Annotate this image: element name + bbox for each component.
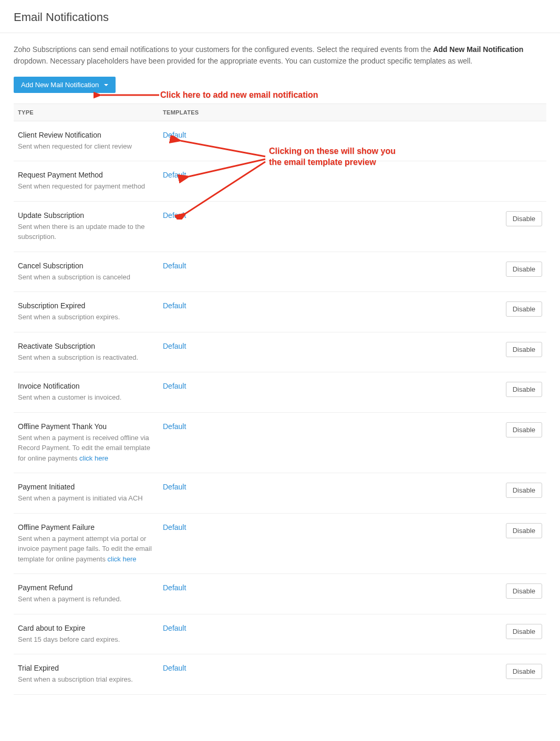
add-new-mail-notification-button[interactable]: Add New Mail Notification	[14, 77, 116, 93]
table-body: Client Review NotificationSent when requ…	[14, 121, 546, 695]
column-header-type: TYPE	[14, 104, 159, 121]
template-cell: Default	[159, 131, 489, 139]
type-cell: Subscription ExpiredSent when a subscrip…	[14, 301, 159, 322]
type-cell: Invoice NotificationSent when a customer…	[14, 382, 159, 403]
notification-type-title: Card about to Expire	[18, 624, 154, 632]
table-row: Payment RefundSent when a payment is ref…	[14, 574, 546, 614]
intro-part1: Zoho Subscriptions can send email notifi…	[14, 45, 433, 54]
disable-button[interactable]: Disable	[506, 483, 542, 498]
table-row: Card about to ExpireSent 15 days before …	[14, 614, 546, 655]
content-area: Zoho Subscriptions can send email notifi…	[0, 33, 560, 705]
table-header-row: TYPE TEMPLATES	[14, 103, 546, 121]
template-link[interactable]: Default	[163, 301, 186, 310]
inline-link[interactable]: click here	[108, 555, 137, 563]
disable-button[interactable]: Disable	[506, 382, 542, 397]
notification-type-title: Payment Refund	[18, 583, 154, 592]
template-cell: Default	[159, 262, 489, 270]
disable-button[interactable]: Disable	[506, 211, 542, 226]
template-link[interactable]: Default	[163, 664, 186, 672]
notification-type-desc: Sent when a payment attempt via portal o…	[18, 534, 154, 565]
table-row: Trial ExpiredSent when a subscription tr…	[14, 654, 546, 695]
table-row: Reactivate SubscriptionSent when a subsc…	[14, 332, 546, 373]
template-link[interactable]: Default	[163, 262, 186, 270]
add-button-label: Add New Mail Notification	[21, 81, 99, 89]
template-cell: Default	[159, 523, 489, 531]
notification-type-title: Offline Payment Failure	[18, 523, 154, 531]
type-cell: Client Review NotificationSent when requ…	[14, 131, 159, 152]
type-cell: Reactivate SubscriptionSent when a subsc…	[14, 342, 159, 363]
notification-type-desc: Sent when a payment is initiated via ACH	[18, 493, 154, 504]
type-cell: Card about to ExpireSent 15 days before …	[14, 624, 159, 645]
notification-type-desc: Sent when a subscription trial expires.	[18, 674, 154, 685]
template-link[interactable]: Default	[163, 523, 186, 531]
template-link[interactable]: Default	[163, 171, 186, 179]
action-cell: Disable	[489, 262, 546, 277]
template-link[interactable]: Default	[163, 422, 186, 431]
disable-button[interactable]: Disable	[506, 342, 542, 357]
table-row: Invoice NotificationSent when a customer…	[14, 372, 546, 413]
table-row: Update SubscriptionSent when there is an…	[14, 202, 546, 252]
notification-type-title: Cancel Subscription	[18, 262, 154, 270]
template-link[interactable]: Default	[163, 483, 186, 491]
type-cell: Cancel SubscriptionSent when a subscript…	[14, 262, 159, 283]
intro-part2: dropdown. Necessary placeholders have be…	[14, 57, 472, 65]
template-cell: Default	[159, 211, 489, 220]
notification-type-desc: Sent when a customer is invoiced.	[18, 392, 154, 403]
type-cell: Offline Payment Thank YouSent when a pay…	[14, 422, 159, 464]
action-cell: Disable	[489, 664, 546, 679]
notification-type-desc: Sent when a payment is received offline …	[18, 433, 154, 464]
disable-button[interactable]: Disable	[506, 422, 542, 437]
template-link[interactable]: Default	[163, 342, 186, 350]
template-cell: Default	[159, 382, 489, 390]
notification-type-desc: Sent when a subscription is canceled	[18, 272, 154, 283]
notification-type-title: Client Review Notification	[18, 131, 154, 139]
template-cell: Default	[159, 664, 489, 672]
template-link[interactable]: Default	[163, 583, 186, 592]
notification-type-desc: Sent when requested for client review	[18, 141, 154, 152]
notifications-table: TYPE TEMPLATES Client Review Notificatio…	[14, 103, 546, 695]
disable-button[interactable]: Disable	[506, 262, 542, 277]
disable-button[interactable]: Disable	[506, 624, 542, 639]
page-title: Email Notifications	[14, 11, 546, 24]
template-cell: Default	[159, 483, 489, 491]
table-row: Request Payment MethodSent when requeste…	[14, 161, 546, 202]
table-row: Offline Payment Thank YouSent when a pay…	[14, 413, 546, 474]
disable-button[interactable]: Disable	[506, 664, 542, 679]
template-cell: Default	[159, 583, 489, 592]
notification-type-desc: Sent when a subscription expires.	[18, 312, 154, 322]
type-cell: Request Payment MethodSent when requeste…	[14, 171, 159, 192]
template-link[interactable]: Default	[163, 131, 186, 139]
notification-type-desc: Sent when there is an update made to the…	[18, 222, 154, 242]
table-row: Subscription ExpiredSent when a subscrip…	[14, 292, 546, 332]
disable-button[interactable]: Disable	[506, 523, 542, 538]
notification-type-desc: Sent when a payment is refunded.	[18, 594, 154, 604]
template-link[interactable]: Default	[163, 211, 186, 220]
intro-paragraph: Zoho Subscriptions can send email notifi…	[14, 44, 546, 67]
page-header: Email Notifications	[0, 0, 560, 33]
action-cell: Disable	[489, 382, 546, 397]
template-cell: Default	[159, 301, 489, 310]
inline-link[interactable]: click here	[79, 454, 108, 462]
type-cell: Update SubscriptionSent when there is an…	[14, 211, 159, 242]
notification-type-title: Offline Payment Thank You	[18, 422, 154, 431]
annotation-add-hint: Click here to add new email notification	[160, 90, 318, 101]
notification-type-title: Payment Initiated	[18, 483, 154, 491]
table-row: Cancel SubscriptionSent when a subscript…	[14, 252, 546, 293]
table-row: Offline Payment FailureSent when a payme…	[14, 514, 546, 575]
notification-type-title: Request Payment Method	[18, 171, 154, 179]
action-cell: Disable	[489, 483, 546, 498]
table-row: Client Review NotificationSent when requ…	[14, 121, 546, 162]
template-link[interactable]: Default	[163, 382, 186, 390]
type-cell: Trial ExpiredSent when a subscription tr…	[14, 664, 159, 685]
disable-button[interactable]: Disable	[506, 583, 542, 599]
notification-type-desc: Sent when a subscription is reactivated.	[18, 352, 154, 363]
column-header-templates: TEMPLATES	[159, 104, 203, 121]
action-cell: Disable	[489, 301, 546, 317]
chevron-down-icon	[104, 84, 108, 86]
disable-button[interactable]: Disable	[506, 301, 542, 317]
notification-type-desc: Sent when requested for payment method	[18, 181, 154, 192]
action-cell: Disable	[489, 211, 546, 226]
template-link[interactable]: Default	[163, 624, 186, 632]
notification-type-title: Subscription Expired	[18, 301, 154, 310]
action-cell: Disable	[489, 422, 546, 437]
